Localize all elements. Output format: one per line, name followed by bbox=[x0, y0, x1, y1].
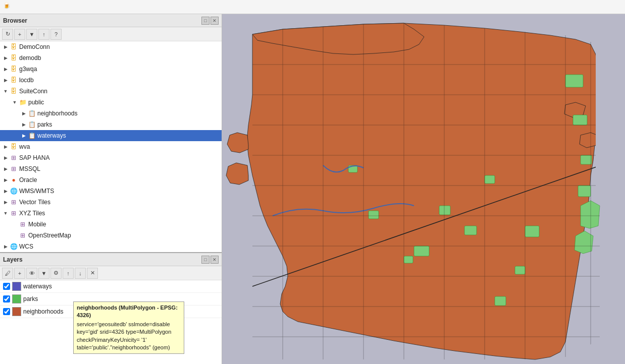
svg-rect-9 bbox=[581, 155, 592, 164]
tree-item-g3wqa[interactable]: ▶ 🗄 g3wqa bbox=[0, 64, 222, 75]
tree-item-oracle[interactable]: ▶ ● Oracle bbox=[0, 174, 222, 186]
expand-neighborhoods[interactable]: ▶ bbox=[20, 111, 27, 116]
svg-rect-10 bbox=[578, 186, 591, 197]
expand-xyztiles[interactable]: ▼ bbox=[2, 211, 9, 216]
layer-item-waterways[interactable]: waterways bbox=[0, 280, 222, 293]
expand-mobile[interactable]: ▶ bbox=[11, 222, 18, 227]
tree-item-suiteconn[interactable]: ▼ 🗄 SuiteConn bbox=[0, 86, 222, 97]
tree-item-public[interactable]: ▼ 📁 public bbox=[0, 97, 222, 108]
refresh-browser-btn[interactable]: ↻ bbox=[2, 29, 13, 40]
neighborhoods-layer bbox=[226, 23, 601, 359]
expand-suiteconn[interactable]: ▼ bbox=[2, 89, 9, 94]
toggle-layer-visibility-btn[interactable]: 👁 bbox=[26, 268, 37, 279]
layer-checkbox-neighborhoods[interactable] bbox=[3, 308, 10, 315]
filter-layers-btn[interactable]: ▼ bbox=[38, 268, 49, 279]
tooltip-title: neighborhoods (MultiPolygon - EPSG: 4326… bbox=[77, 304, 181, 320]
tree-item-parks-browser[interactable]: ▶ 📋 parks bbox=[0, 119, 222, 130]
svg-marker-1 bbox=[247, 23, 601, 359]
layer-settings-btn[interactable]: ⚙ bbox=[50, 268, 62, 279]
tree-item-wva[interactable]: ▶ 🗄 wva bbox=[0, 141, 222, 152]
help-browser-btn[interactable]: ? bbox=[50, 29, 62, 40]
icon-waterways: 📋 bbox=[27, 131, 36, 140]
expand-demodb[interactable]: ▶ bbox=[2, 55, 9, 60]
browser-panel-header: Browser □ ✕ bbox=[0, 14, 222, 27]
tree-item-openstreetmap[interactable]: ▶ ⊞ OpenStreetMap bbox=[0, 230, 222, 241]
move-layer-down-btn[interactable]: ↓ bbox=[75, 268, 86, 279]
expand-wcs[interactable]: ▶ bbox=[2, 244, 9, 249]
expand-osm[interactable]: ▶ bbox=[11, 233, 18, 238]
move-layer-up-btn[interactable]: ↑ bbox=[63, 268, 74, 279]
layer-name-waterways: waterways bbox=[23, 283, 52, 290]
expand-wva[interactable]: ▶ bbox=[2, 144, 9, 149]
tree-item-wcs[interactable]: ▶ 🌐 WCS bbox=[0, 241, 222, 252]
icon-neighborhoods: 📋 bbox=[27, 109, 36, 118]
expand-vectortiles[interactable]: ▶ bbox=[2, 200, 9, 205]
expand-mssql[interactable]: ▶ bbox=[2, 166, 9, 171]
tree-item-xyztiles[interactable]: ▼ ⊞ XYZ Tiles bbox=[0, 208, 222, 219]
browser-toolbar: ↻ + ▼ ↑ ? bbox=[0, 27, 222, 41]
tree-item-waterways-browser[interactable]: ▶ 📋 waterways bbox=[0, 130, 222, 141]
tree-item-locdb[interactable]: ▶ 🗄 locdb bbox=[0, 75, 222, 86]
title-bar: 🍺 bbox=[0, 0, 625, 14]
expand-waterways[interactable]: ▶ bbox=[20, 133, 27, 138]
label-mssql: MSSQL bbox=[19, 165, 40, 172]
icon-locdb: 🗄 bbox=[9, 76, 18, 85]
label-g3wqa: g3wqa bbox=[19, 66, 37, 73]
filter-browser-btn[interactable]: ▼ bbox=[26, 29, 37, 40]
browser-tree[interactable]: ▶ 🗄 DemoConn ▶ 🗄 demodb ▶ 🗄 g3wqa bbox=[0, 41, 222, 252]
left-panel: Browser □ ✕ ↻ + ▼ ↑ ? ▶ 🗄 DemoConn bbox=[0, 14, 222, 364]
add-connection-btn[interactable]: + bbox=[14, 29, 25, 40]
tree-item-neighborhoods-browser[interactable]: ▶ 📋 neighborhoods bbox=[0, 108, 222, 119]
svg-rect-11 bbox=[414, 246, 429, 256]
layers-controls: □ ✕ bbox=[201, 256, 219, 264]
layers-maximize-btn[interactable]: □ bbox=[201, 256, 210, 264]
expand-saphana[interactable]: ▶ bbox=[2, 155, 9, 160]
open-layer-properties-btn[interactable]: 🖊 bbox=[2, 268, 13, 279]
icon-mobile: ⊞ bbox=[18, 220, 27, 229]
layer-checkbox-waterways[interactable] bbox=[3, 283, 10, 290]
layers-close-btn[interactable]: ✕ bbox=[211, 256, 219, 264]
icon-wcs: 🌐 bbox=[9, 242, 18, 251]
label-oracle: Oracle bbox=[19, 176, 37, 184]
layers-panel-header: Layers □ ✕ bbox=[0, 253, 222, 266]
label-parks-browser: parks bbox=[37, 121, 52, 128]
tree-item-mssql[interactable]: ▶ ⊞ MSSQL bbox=[0, 163, 222, 174]
expand-public[interactable]: ▼ bbox=[11, 100, 18, 105]
layer-color-waterways bbox=[12, 282, 21, 291]
svg-rect-12 bbox=[404, 256, 413, 263]
tree-item-mobile[interactable]: ▶ ⊞ Mobile bbox=[0, 219, 222, 230]
layer-name-neighborhoods: neighborhoods bbox=[23, 308, 63, 315]
layer-color-neighborhoods bbox=[12, 307, 21, 316]
map-area[interactable] bbox=[222, 14, 625, 364]
icon-wva: 🗄 bbox=[9, 142, 18, 151]
icon-osm: ⊞ bbox=[18, 231, 27, 240]
layers-title: Layers bbox=[3, 256, 23, 263]
svg-rect-16 bbox=[485, 175, 495, 184]
tree-item-demodb[interactable]: ▶ 🗄 demodb bbox=[0, 52, 222, 64]
svg-rect-19 bbox=[515, 266, 525, 274]
svg-marker-44 bbox=[596, 14, 625, 216]
expand-locdb[interactable]: ▶ bbox=[2, 78, 9, 83]
expand-parks[interactable]: ▶ bbox=[20, 122, 27, 127]
expand-oracle[interactable]: ▶ bbox=[2, 177, 9, 183]
svg-marker-5 bbox=[227, 133, 248, 153]
tree-item-saphana[interactable]: ▶ ⊞ SAP HANA bbox=[0, 152, 222, 163]
browser-close-btn[interactable]: ✕ bbox=[211, 17, 219, 25]
browser-maximize-btn[interactable]: □ bbox=[201, 17, 210, 25]
expand-wmswmts[interactable]: ▶ bbox=[2, 189, 9, 194]
svg-rect-18 bbox=[525, 226, 539, 237]
expand-democonn[interactable]: ▶ bbox=[2, 44, 9, 49]
label-vectortiles: Vector Tiles bbox=[19, 199, 50, 206]
tree-item-wmswmts[interactable]: ▶ 🌐 WMS/WMTS bbox=[0, 186, 222, 197]
svg-rect-13 bbox=[369, 211, 379, 219]
icon-demodb: 🗄 bbox=[9, 53, 18, 63]
expand-g3wqa[interactable]: ▶ bbox=[2, 67, 9, 72]
add-layer-btn[interactable]: + bbox=[14, 268, 25, 279]
label-xyztiles: XYZ Tiles bbox=[19, 210, 45, 217]
layer-checkbox-parks[interactable] bbox=[3, 295, 10, 302]
icon-wmswmts: 🌐 bbox=[9, 187, 18, 196]
collapse-all-btn[interactable]: ↑ bbox=[38, 29, 49, 40]
tree-item-democonn[interactable]: ▶ 🗄 DemoConn bbox=[0, 41, 222, 52]
tree-item-vectortiles[interactable]: ▶ ⊞ Vector Tiles bbox=[0, 197, 222, 208]
remove-layer-btn[interactable]: ✕ bbox=[87, 268, 98, 279]
